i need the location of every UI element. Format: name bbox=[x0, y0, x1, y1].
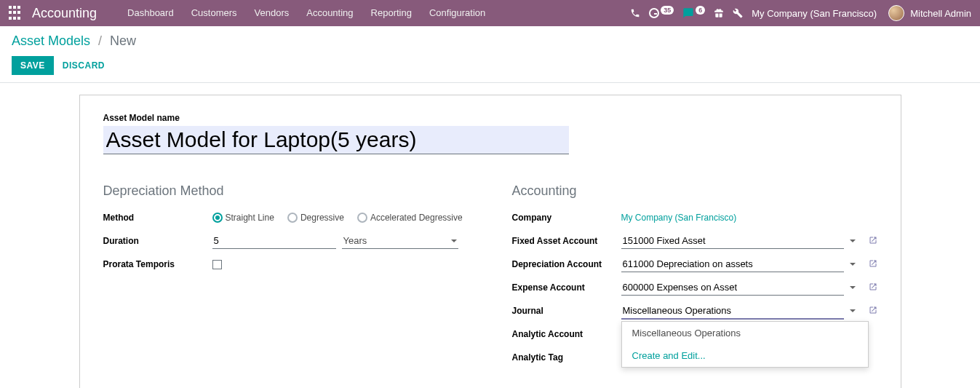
nav-configuration[interactable]: Configuration bbox=[421, 0, 494, 26]
expense-account-input[interactable] bbox=[621, 280, 844, 296]
prorata-checkbox[interactable] bbox=[212, 260, 222, 269]
user-menu[interactable]: Mitchell Admin bbox=[885, 5, 974, 21]
company-link[interactable]: My Company (San Francisco) bbox=[621, 213, 737, 223]
fixed-asset-input[interactable] bbox=[621, 233, 844, 249]
radio-accelerated[interactable]: Accelerated Degressive bbox=[357, 213, 463, 223]
messaging-icon[interactable]: 6 bbox=[682, 7, 705, 19]
external-link-icon[interactable] bbox=[869, 282, 877, 293]
depreciation-heading: Depreciation Method bbox=[103, 183, 469, 199]
label-analytic-tag: Analytic Tag bbox=[512, 352, 621, 363]
radio-straight-line[interactable]: Straight Line bbox=[212, 213, 274, 223]
journal-dropdown: Miscellaneous Operations Create and Edit… bbox=[621, 321, 869, 368]
chevron-down-icon[interactable] bbox=[850, 286, 856, 289]
depr-account-input[interactable] bbox=[621, 256, 844, 272]
breadcrumb-parent[interactable]: Asset Models bbox=[12, 33, 90, 48]
breadcrumb-current: New bbox=[110, 33, 136, 48]
phone-icon[interactable] bbox=[630, 8, 640, 18]
breadcrumb: Asset Models / New bbox=[12, 33, 968, 49]
dropdown-create-edit[interactable]: Create and Edit... bbox=[622, 344, 868, 367]
nav-accounting[interactable]: Accounting bbox=[298, 0, 362, 26]
label-prorata: Prorata Temporis bbox=[103, 259, 212, 269]
label-duration: Duration bbox=[103, 236, 212, 246]
radio-degressive[interactable]: Degressive bbox=[287, 213, 344, 223]
apps-icon[interactable] bbox=[9, 6, 23, 20]
app-brand[interactable]: Accounting bbox=[32, 6, 97, 21]
label-depr-account: Depreciation Account bbox=[512, 259, 621, 269]
nav-customers[interactable]: Customers bbox=[183, 0, 246, 26]
accounting-heading: Accounting bbox=[512, 183, 877, 199]
journal-input[interactable] bbox=[621, 303, 844, 320]
label-method: Method bbox=[103, 213, 212, 223]
external-link-icon[interactable] bbox=[869, 306, 877, 317]
chevron-down-icon[interactable] bbox=[850, 239, 856, 242]
tools-icon[interactable] bbox=[733, 8, 743, 18]
messages-badge: 6 bbox=[696, 6, 705, 15]
user-name: Mitchell Admin bbox=[910, 8, 971, 19]
avatar bbox=[888, 5, 904, 21]
nav-dashboard[interactable]: Dashboard bbox=[119, 0, 183, 26]
discard-button[interactable]: DISCARD bbox=[63, 60, 105, 71]
label-journal: Journal bbox=[512, 306, 621, 316]
label-analytic-account: Analytic Account bbox=[512, 329, 621, 339]
external-link-icon[interactable] bbox=[869, 259, 877, 270]
chevron-down-icon[interactable] bbox=[850, 309, 856, 312]
chevron-down-icon bbox=[451, 239, 457, 242]
nav-vendors[interactable]: Vendors bbox=[246, 0, 298, 26]
nav-reporting[interactable]: Reporting bbox=[362, 0, 421, 26]
asset-name-input[interactable] bbox=[103, 126, 569, 154]
title-label: Asset Model name bbox=[103, 113, 877, 123]
duration-unit-select[interactable]: Years bbox=[342, 233, 458, 249]
activities-icon[interactable]: 35 bbox=[649, 8, 674, 18]
label-company: Company bbox=[512, 213, 621, 223]
dropdown-option[interactable]: Miscellaneous Operations bbox=[622, 322, 868, 344]
duration-input[interactable] bbox=[212, 233, 336, 249]
label-expense-account: Expense Account bbox=[512, 282, 621, 293]
company-switcher[interactable]: My Company (San Francisco) bbox=[752, 8, 877, 19]
label-fixed-asset: Fixed Asset Account bbox=[512, 236, 621, 246]
chevron-down-icon[interactable] bbox=[850, 263, 856, 266]
activities-badge: 35 bbox=[661, 6, 674, 15]
save-button[interactable]: SAVE bbox=[12, 56, 54, 75]
external-link-icon[interactable] bbox=[869, 236, 877, 247]
gift-icon[interactable] bbox=[714, 8, 724, 18]
